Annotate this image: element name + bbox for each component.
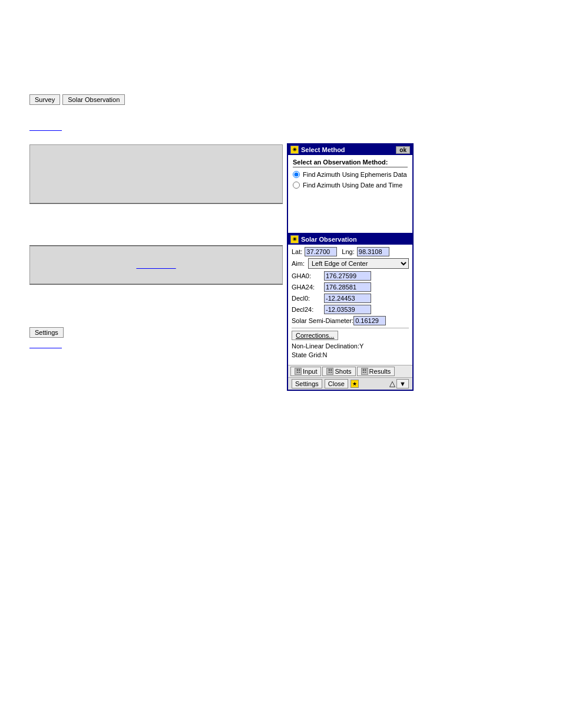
content-box-1 — [29, 144, 283, 203]
separator-3 — [29, 284, 283, 285]
tab-input-label: Input — [303, 368, 317, 375]
semi-diameter-input[interactable] — [353, 316, 386, 325]
solar-tabs: ☷ Input ☷ Shots ☷ Results — [288, 365, 412, 377]
semi-diameter-label: Solar Semi-Diameter: — [292, 317, 353, 324]
select-method-body: Select an Observation Method: Find Azimu… — [288, 155, 412, 237]
lat-label: Lat: — [292, 248, 302, 255]
radio-option-2[interactable]: Find Azimuth Using Date and Time — [293, 182, 408, 189]
solar-divider — [292, 328, 409, 328]
dialog-title-icon: ☀ — [290, 146, 299, 154]
solar-observation-dialog: ☀ Solar Observation Lat: Lng: Aim: Left … — [287, 233, 414, 391]
radio-option-1[interactable]: Find Azimuth Using Ephemeris Data — [293, 171, 408, 178]
solar-body: Lat: Lng: Aim: Left Edge of Center Right… — [288, 245, 412, 365]
tab-results[interactable]: ☷ Results — [357, 367, 395, 376]
top-nav: Survey Solar Observation — [29, 94, 125, 105]
decl0-input[interactable] — [324, 294, 371, 303]
tab-input-icon: ☷ — [295, 368, 302, 375]
lat-lng-row: Lat: Lng: — [292, 247, 409, 256]
solar-footer-right: △ ▼ — [389, 379, 409, 388]
dialog-blank — [293, 192, 408, 233]
spacer-1 — [29, 204, 283, 245]
survey-button[interactable]: Survey — [29, 94, 60, 105]
lat-input[interactable] — [305, 247, 337, 256]
decl24-input[interactable] — [324, 305, 371, 314]
solar-footer: Settings Close ★ △ ▼ — [288, 377, 412, 390]
solar-settings-button[interactable]: Settings — [292, 379, 322, 388]
settings-area: Settings — [29, 327, 64, 348]
tab-input[interactable]: ☷ Input — [290, 367, 321, 376]
gha0-label: GHA0: — [292, 272, 324, 279]
solar-title: Solar Observation — [301, 236, 357, 243]
content-link[interactable] — [136, 262, 176, 269]
corrections-button[interactable]: Corrections... — [292, 331, 338, 340]
solar-star-icon[interactable]: ★ — [351, 380, 359, 388]
gha0-row: GHA0: — [292, 271, 409, 281]
tab-shots-icon: ☷ — [326, 368, 333, 375]
lng-input[interactable] — [357, 247, 389, 256]
radio-ephemeris[interactable] — [293, 171, 300, 178]
corrections-line2: State Grid:N — [292, 351, 409, 360]
gha24-input[interactable] — [324, 282, 371, 292]
tab-results-label: Results — [369, 368, 391, 375]
decl24-label: Decl24: — [292, 306, 324, 313]
select-method-title: Select Method — [301, 146, 345, 153]
lng-label: Lng: — [342, 248, 354, 255]
gha0-input[interactable] — [324, 271, 371, 281]
solar-title-icon: ☀ — [290, 235, 299, 243]
select-method-title-bar: ☀ Select Method ok — [288, 144, 412, 155]
solar-arrow-button[interactable]: ▼ — [396, 379, 409, 388]
solar-footer-left: Settings Close ★ — [292, 379, 359, 388]
gha24-label: GHA24: — [292, 284, 324, 291]
semi-diameter-row: Solar Semi-Diameter: — [292, 316, 409, 325]
decl0-label: Decl0: — [292, 295, 324, 302]
corrections-line1: Non-Linear Declination:Y — [292, 342, 409, 351]
gha24-row: GHA24: — [292, 282, 409, 292]
tab-shots-label: Shots — [335, 368, 351, 375]
solar-close-button[interactable]: Close — [325, 379, 348, 388]
tab-results-icon: ☷ — [361, 368, 368, 375]
aim-select[interactable]: Left Edge of Center Right Edge of Center… — [308, 258, 409, 269]
decl24-row: Decl24: — [292, 305, 409, 314]
decl0-row: Decl0: — [292, 294, 409, 303]
ok-button[interactable]: ok — [396, 146, 410, 154]
section-label: Select an Observation Method: — [293, 159, 408, 167]
aim-row: Aim: Left Edge of Center Right Edge of C… — [292, 258, 409, 269]
tab-shots[interactable]: ☷ Shots — [322, 367, 355, 376]
aim-label: Aim: — [292, 260, 308, 267]
content-box-2 — [29, 246, 283, 284]
radio-datetime[interactable] — [293, 182, 300, 189]
corrections-info: Non-Linear Declination:Y State Grid:N — [292, 342, 409, 360]
radio-datetime-label: Find Azimuth Using Date and Time — [303, 182, 402, 189]
settings-link[interactable] — [29, 341, 64, 348]
radio-ephemeris-label: Find Azimuth Using Ephemeris Data — [303, 171, 407, 178]
settings-button[interactable]: Settings — [29, 327, 64, 338]
solar-warning-icon: △ — [389, 379, 395, 388]
solar-title-bar: ☀ Solar Observation — [288, 234, 412, 245]
solar-observation-button[interactable]: Solar Observation — [62, 94, 125, 105]
nav-link[interactable] — [29, 124, 62, 131]
main-panel — [29, 144, 283, 285]
